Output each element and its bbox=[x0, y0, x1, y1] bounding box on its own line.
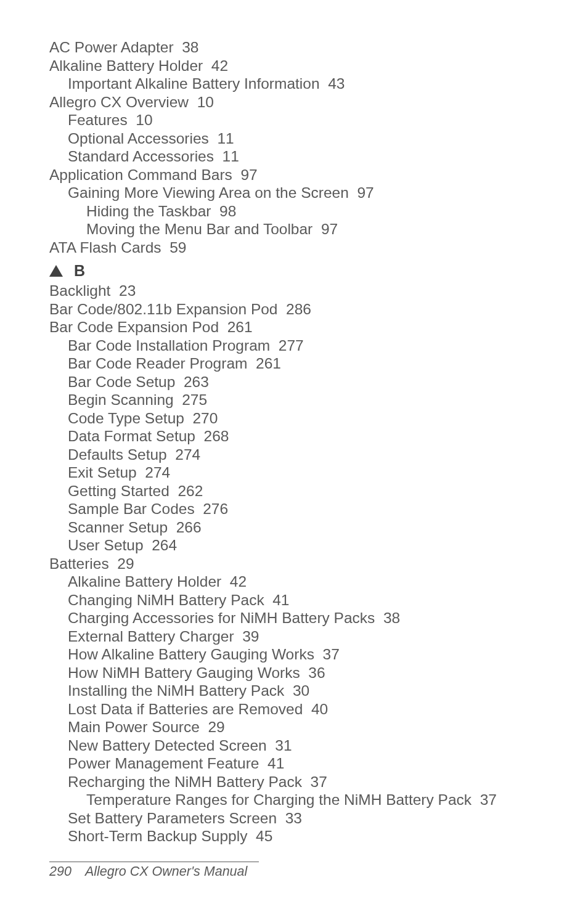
index-entry: Important Alkaline Battery Information 4… bbox=[68, 75, 539, 93]
index-entry: Recharging the NiMH Battery Pack 37 bbox=[68, 773, 539, 791]
index-entry: Bar Code Expansion Pod 261 bbox=[49, 318, 539, 336]
section-b-entries: Backlight 23 Bar Code/802.11b Expansion … bbox=[49, 282, 539, 846]
index-entry: AC Power Adapter 38 bbox=[49, 38, 539, 57]
index-entry: User Setup 264 bbox=[68, 536, 539, 555]
index-entry: Optional Accessories 11 bbox=[68, 129, 539, 148]
manual-title: Allegro CX Owner's Manual bbox=[85, 864, 247, 879]
index-entry: Moving the Menu Bar and Toolbar 97 bbox=[86, 220, 539, 238]
index-entry: Bar Code/802.11b Expansion Pod 286 bbox=[49, 300, 539, 319]
index-entry: Bar Code Reader Program 261 bbox=[68, 354, 539, 373]
index-entry: Installing the NiMH Battery Pack 30 bbox=[68, 682, 539, 700]
section-letter: B bbox=[74, 262, 85, 280]
index-entry: Gaining More Viewing Area on the Screen … bbox=[68, 184, 539, 202]
index-entry: How Alkaline Battery Gauging Works 37 bbox=[68, 645, 539, 664]
index-entry: Application Command Bars 97 bbox=[49, 166, 539, 184]
index-entry: Temperature Ranges for Charging the NiMH… bbox=[86, 791, 539, 809]
page-number: 290 bbox=[49, 864, 71, 879]
index-entry: Sample Bar Codes 276 bbox=[68, 500, 539, 518]
index-entry: Data Format Setup 268 bbox=[68, 427, 539, 446]
index-entry: Charging Accessories for NiMH Battery Pa… bbox=[68, 609, 539, 627]
index-entry: External Battery Charger 39 bbox=[68, 627, 539, 646]
index-entry: Hiding the Taskbar 98 bbox=[86, 202, 539, 221]
index-page: AC Power Adapter 38 Alkaline Battery Hol… bbox=[0, 0, 588, 909]
index-entry: Standard Accessories 11 bbox=[68, 147, 539, 166]
index-entry: Code Type Setup 270 bbox=[68, 409, 539, 428]
index-entry: Begin Scanning 275 bbox=[68, 391, 539, 409]
index-entry: Short-Term Backup Supply 45 bbox=[68, 827, 539, 846]
index-entry: Exit Setup 274 bbox=[68, 463, 539, 482]
triangle-up-icon bbox=[49, 265, 63, 277]
index-entry: Backlight 23 bbox=[49, 282, 539, 300]
index-entry: Allegro CX Overview 10 bbox=[49, 93, 539, 112]
index-entry: Scanner Setup 266 bbox=[68, 518, 539, 537]
section-heading-b: B bbox=[49, 262, 539, 280]
index-entry: Power Management Feature 41 bbox=[68, 754, 539, 773]
index-entry: How NiMH Battery Gauging Works 36 bbox=[68, 664, 539, 682]
index-entry: Alkaline Battery Holder 42 bbox=[68, 573, 539, 591]
index-entry: Set Battery Parameters Screen 33 bbox=[68, 809, 539, 828]
section-a-entries: AC Power Adapter 38 Alkaline Battery Hol… bbox=[49, 38, 539, 256]
index-entry: Main Power Source 29 bbox=[68, 718, 539, 736]
index-entry: Bar Code Setup 263 bbox=[68, 373, 539, 391]
index-entry: Bar Code Installation Program 277 bbox=[68, 336, 539, 355]
page-footer: 290Allegro CX Owner's Manual bbox=[49, 862, 259, 879]
index-entry: New Battery Detected Screen 31 bbox=[68, 736, 539, 755]
index-entry: Changing NiMH Battery Pack 41 bbox=[68, 591, 539, 609]
index-entry: Lost Data if Batteries are Removed 40 bbox=[68, 700, 539, 719]
index-entry: Batteries 29 bbox=[49, 555, 539, 573]
index-entry: Alkaline Battery Holder 42 bbox=[49, 57, 539, 75]
index-entry: Features 10 bbox=[68, 111, 539, 129]
index-entry: ATA Flash Cards 59 bbox=[49, 238, 539, 257]
index-entry: Getting Started 262 bbox=[68, 482, 539, 500]
index-entry: Defaults Setup 274 bbox=[68, 446, 539, 464]
